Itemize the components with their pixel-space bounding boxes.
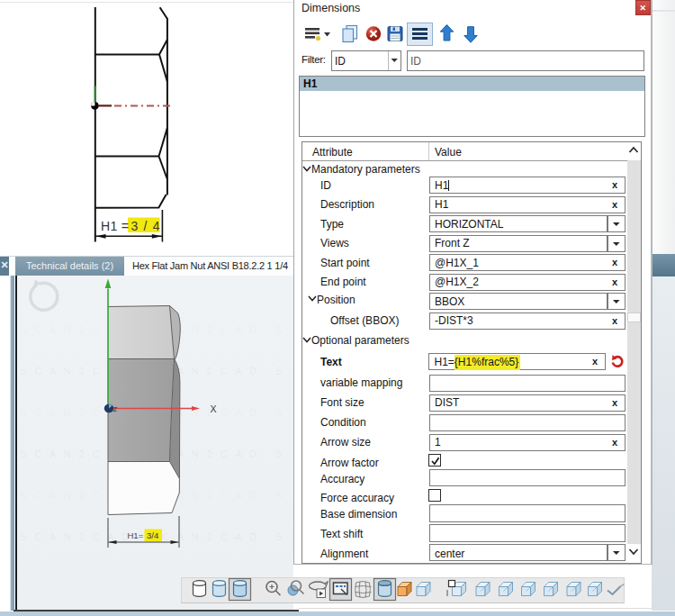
- svg-text:3/4: 3/4: [147, 530, 158, 540]
- svg-text:Z: Z: [112, 405, 117, 413]
- svg-text:3 / 4: 3 / 4: [131, 219, 161, 233]
- svg-text:H1 =: H1 =: [101, 219, 129, 233]
- svg-text:H1=: H1=: [127, 530, 143, 540]
- svg-text:X: X: [210, 403, 216, 414]
